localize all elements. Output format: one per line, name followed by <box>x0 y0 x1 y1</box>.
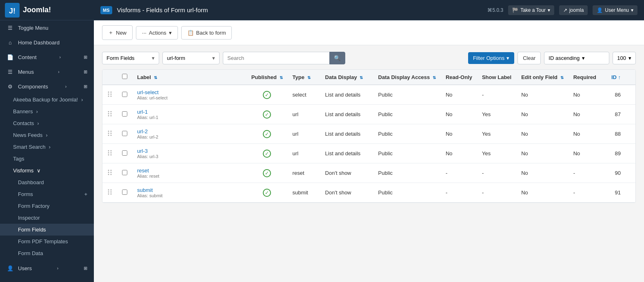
row-published-icon[interactable]: ✓ <box>251 150 283 158</box>
site-button[interactable]: ↗ joomla <box>559 5 588 15</box>
row-published-icon[interactable]: ✓ <box>251 169 283 177</box>
row-label-cell: url-2 Alias: url-2 <box>132 124 246 144</box>
svg-point-17 <box>111 133 112 134</box>
sidebar-item-contacts[interactable]: Contacts › <box>0 117 94 129</box>
vf-forms-plus-icon[interactable]: + <box>84 191 87 197</box>
row-required-cell: - <box>568 183 601 203</box>
row-published-cell: ✓ <box>246 163 288 183</box>
sidebar-item-newsfeeds[interactable]: News Feeds › <box>0 129 94 141</box>
sidebar-home-label: Home Dashboard <box>18 40 60 46</box>
row-drag-handle[interactable] <box>102 124 117 144</box>
content-arrow-icon: › <box>60 55 61 59</box>
take-tour-button[interactable]: 🏁 Take a Tour ▾ <box>508 5 554 15</box>
user-icon: 👤 <box>597 7 603 13</box>
row-type: url <box>293 150 298 156</box>
row-access: Public <box>378 131 393 137</box>
row-checkbox[interactable] <box>122 131 127 136</box>
sidebar-item-tags[interactable]: Tags <box>0 153 94 165</box>
row-drag-handle[interactable] <box>102 183 117 203</box>
row-checkbox-cell[interactable] <box>117 85 132 105</box>
components-arrow-icon: › <box>65 84 67 89</box>
row-id-cell: 88 <box>601 124 626 144</box>
sidebar-item-content[interactable]: 📄 Content › ⊞ <box>0 50 94 64</box>
count-select[interactable]: 100 <box>613 52 636 64</box>
row-checkbox[interactable] <box>122 189 127 195</box>
sidebar-item-smartsearch[interactable]: Smart Search › <box>0 141 94 153</box>
form-fields-select[interactable]: Form Fields <box>102 52 159 64</box>
row-alias: Alias: reset <box>137 174 242 178</box>
new-button[interactable]: ＋ New <box>102 25 133 40</box>
clear-button[interactable]: Clear <box>517 52 541 64</box>
row-show-label-cell: - <box>477 85 516 105</box>
th-label[interactable]: Label ⇅ <box>132 70 246 85</box>
sidebar-item-users[interactable]: 👤 Users › ⊞ <box>0 261 94 275</box>
topbar-badge: MS <box>100 6 112 14</box>
row-checkbox-cell[interactable] <box>117 163 132 183</box>
row-checkbox-cell[interactable] <box>117 144 132 163</box>
row-drag-handle[interactable] <box>102 105 117 124</box>
svg-point-18 <box>108 135 109 136</box>
row-drag-handle[interactable] <box>102 85 117 105</box>
search-button[interactable]: 🔍 <box>329 52 345 64</box>
row-label-link[interactable]: url-3 <box>137 148 148 154</box>
th-id[interactable]: ID <box>601 70 626 85</box>
sidebar-item-components[interactable]: ⚙ Components › ⊞ <box>0 79 94 94</box>
table-body: url-select Alias: url-select ✓ select Li… <box>102 85 635 203</box>
row-checkbox-cell[interactable] <box>117 124 132 144</box>
actions-button[interactable]: ··· Actions ▾ <box>136 26 178 40</box>
sidebar-item-vf-form-data[interactable]: Form Data <box>0 247 94 259</box>
row-checkbox-cell[interactable] <box>117 183 132 203</box>
row-label-link[interactable]: url-select <box>137 89 159 95</box>
svg-point-2 <box>108 92 109 93</box>
row-published-icon[interactable]: ✓ <box>251 91 283 99</box>
row-label-link[interactable]: reset <box>137 167 149 174</box>
row-published-icon[interactable]: ✓ <box>251 110 283 119</box>
row-published-icon[interactable]: ✓ <box>251 130 283 138</box>
sidebar-item-home-dashboard[interactable]: ⌂ Home Dashboard <box>0 35 94 50</box>
published-check-circle: ✓ <box>263 189 271 197</box>
sidebar-item-akeeba[interactable]: Akeeba Backup for Joomla! › <box>0 94 94 106</box>
topbar-right: ⌘5.0.3 🏁 Take a Tour ▾ ↗ joomla 👤 User M… <box>487 5 637 15</box>
published-check-circle: ✓ <box>263 130 271 138</box>
row-required-cell: No <box>568 105 601 124</box>
sidebar-item-vf-forms[interactable]: Forms + <box>0 188 94 200</box>
row-checkbox[interactable] <box>122 170 127 175</box>
url-form-select[interactable]: url-form <box>162 52 220 64</box>
row-label-link[interactable]: url-2 <box>137 128 148 134</box>
row-label-link[interactable]: url-1 <box>137 109 148 115</box>
sidebar-item-vf-form-pdf[interactable]: Form PDF Templates <box>0 236 94 247</box>
sidebar-item-vf-form-factory[interactable]: Form Factory <box>0 200 94 212</box>
sidebar-toggle-menu[interactable]: ☰ Toggle Menu <box>0 20 94 35</box>
th-published[interactable]: Published ⇅ <box>246 70 288 85</box>
topbar-badge-text: MS <box>103 8 110 13</box>
th-label-text: Label <box>137 74 151 80</box>
row-read-only: No <box>446 150 453 156</box>
row-drag-handle[interactable] <box>102 163 117 183</box>
select-all-checkbox[interactable] <box>122 74 127 79</box>
sort-select[interactable]: ID ascending <box>544 52 609 64</box>
sidebar-item-visforms[interactable]: Visforms ∨ <box>0 165 94 176</box>
th-type[interactable]: Type ⇅ <box>288 70 320 85</box>
row-show-label: Yes <box>482 111 491 117</box>
sidebar-item-banners[interactable]: Banners › <box>0 106 94 117</box>
row-drag-handle[interactable] <box>102 144 117 163</box>
th-data-display-access[interactable]: Data Display Access ⇅ <box>373 70 441 85</box>
row-checkbox[interactable] <box>122 92 127 97</box>
filter-options-button[interactable]: Filter Options ▾ <box>468 52 514 64</box>
search-input[interactable] <box>223 52 329 64</box>
sidebar-item-vf-inspector[interactable]: Inspector <box>0 212 94 224</box>
th-data-display[interactable]: Data Display ⇅ <box>320 70 373 85</box>
back-to-form-button[interactable]: 📋 Back to form <box>181 26 232 40</box>
row-label-link[interactable]: submit <box>137 187 153 193</box>
sidebar-item-vf-dashboard[interactable]: Dashboard <box>0 176 94 188</box>
row-checkbox[interactable] <box>122 111 127 117</box>
user-menu-button[interactable]: 👤 User Menu ▾ <box>593 5 637 15</box>
th-edit-only[interactable]: Edit only Field ⇅ <box>516 70 568 85</box>
row-checkbox-cell[interactable] <box>117 105 132 124</box>
row-checkbox[interactable] <box>122 150 127 156</box>
sidebar-item-menus[interactable]: ☰ Menus › ⊞ <box>0 64 94 79</box>
sidebar-item-vf-form-fields[interactable]: Form Fields <box>0 224 94 236</box>
row-published-icon[interactable]: ✓ <box>251 189 283 197</box>
svg-point-26 <box>108 170 109 171</box>
th-checkbox[interactable] <box>117 70 132 85</box>
